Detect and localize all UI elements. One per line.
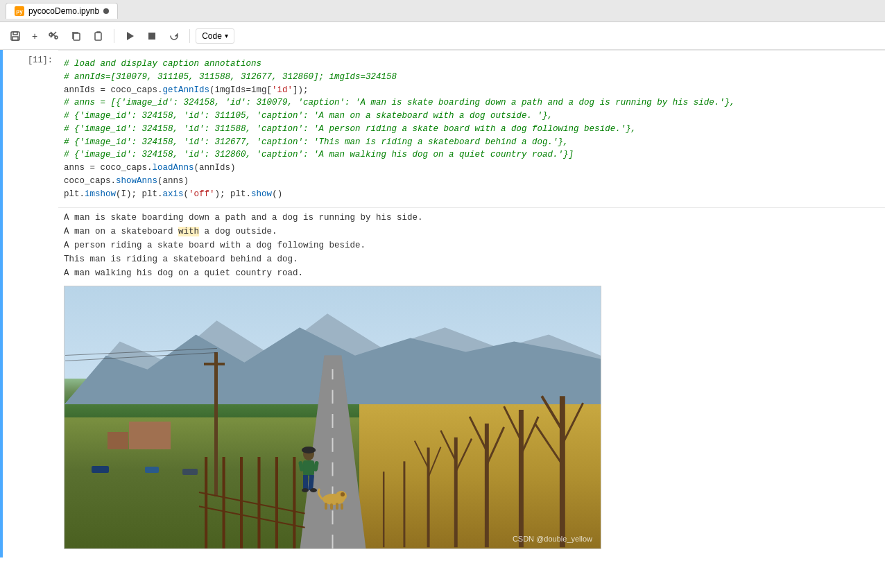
output-image-container: CSDN @double_yellow [64, 286, 879, 549]
svg-line-13 [65, 353, 217, 361]
stop-button[interactable] [142, 28, 162, 44]
run-button[interactable] [120, 28, 139, 44]
output-content: A man is skate boarding down a path and … [58, 208, 885, 557]
title-bar: py pycocoDemo.ipynb [0, 0, 885, 22]
kernel-selector[interactable]: Code ▾ [196, 28, 234, 44]
svg-line-23 [542, 396, 562, 431]
svg-rect-53 [325, 503, 327, 510]
output-image: CSDN @double_yellow [64, 286, 601, 549]
divider-1 [114, 29, 114, 43]
svg-rect-4 [95, 33, 101, 40]
svg-rect-6 [148, 33, 155, 40]
code-block: # load and display caption annotations #… [58, 56, 885, 202]
svg-rect-1 [13, 32, 17, 35]
toolbar: + Code ▾ [0, 22, 885, 50]
svg-marker-5 [127, 32, 134, 40]
file-icon: py [15, 6, 24, 16]
svg-line-33 [440, 431, 456, 462]
tab-label: pycocoDemo.ipynb [28, 6, 99, 16]
svg-rect-43 [303, 460, 314, 476]
svg-rect-55 [336, 503, 338, 510]
svg-line-34 [456, 439, 472, 472]
svg-line-28 [521, 417, 538, 455]
svg-line-24 [562, 403, 583, 444]
divider-2 [189, 29, 190, 43]
svg-line-27 [504, 406, 522, 441]
restart-button[interactable] [164, 28, 184, 44]
notebook-tab[interactable]: py pycocoDemo.ipynb [6, 3, 118, 19]
svg-line-31 [487, 427, 504, 465]
cell-code-content[interactable]: # load and display caption annotations #… [58, 50, 885, 208]
svg-line-36 [415, 441, 429, 469]
copy-button[interactable] [67, 28, 86, 44]
watermark: CSDN @double_yellow [513, 535, 592, 543]
paste-button[interactable] [89, 28, 108, 44]
svg-line-30 [470, 417, 487, 451]
cut-button[interactable] [44, 28, 64, 44]
output-label [3, 208, 58, 557]
svg-line-37 [429, 447, 441, 477]
kernel-label: Code [202, 31, 222, 41]
svg-rect-3 [74, 33, 80, 40]
svg-point-48 [302, 488, 309, 492]
output-captions: A man is skate boarding down a path and … [64, 211, 879, 280]
kernel-arrow: ▾ [225, 32, 228, 40]
save-button[interactable] [6, 28, 25, 44]
svg-line-12 [65, 349, 217, 356]
tab-dot [103, 8, 109, 14]
svg-rect-2 [12, 37, 18, 40]
notebook: [11]: # load and display caption annotat… [0, 50, 885, 588]
add-icon: + [32, 31, 37, 42]
cell-label: [11]: [3, 50, 58, 208]
svg-rect-54 [330, 503, 333, 510]
svg-point-52 [341, 492, 345, 496]
svg-rect-56 [341, 503, 343, 510]
svg-rect-42 [302, 449, 316, 451]
add-cell-button[interactable]: + [28, 28, 42, 44]
output-area: A man is skate boarding down a path and … [0, 208, 885, 557]
code-cell: [11]: # load and display caption annotat… [0, 50, 885, 208]
svg-rect-45 [308, 475, 314, 491]
svg-line-25 [535, 424, 562, 465]
svg-rect-44 [303, 475, 308, 490]
